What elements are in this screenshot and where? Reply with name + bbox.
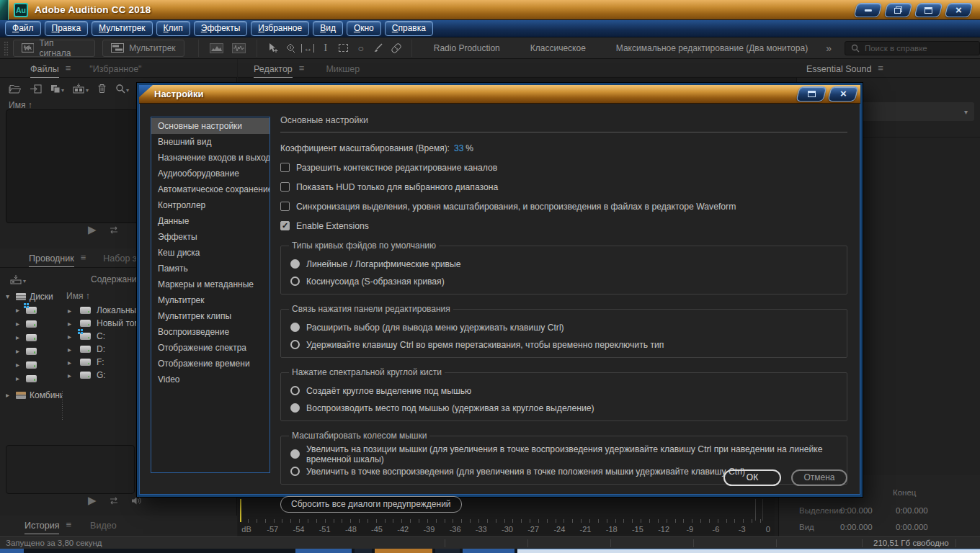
menu-item[interactable]: Вид [313, 21, 343, 36]
help-search-box[interactable]: Поиск в справке [845, 41, 980, 55]
checkbox[interactable]: ✓ [280, 221, 290, 230]
preferences-category-item[interactable]: Эффекты [151, 229, 270, 245]
shade-button[interactable] [914, 3, 943, 17]
history-panel-menu-icon[interactable]: ≡ [66, 521, 71, 529]
checkbox[interactable]: ✓ [280, 202, 290, 211]
marquee-selection-tool[interactable] [334, 40, 352, 57]
tab-explorer[interactable]: Проводник [29, 253, 74, 267]
restore-button[interactable] [884, 3, 913, 17]
radio-unselected[interactable] [290, 386, 300, 395]
checkbox-row[interactable]: ✓ Enable Extensions [280, 220, 847, 231]
menu-item[interactable]: Избранное [251, 21, 309, 36]
tree-drive-item[interactable]: ▸ [6, 331, 62, 344]
checkbox[interactable]: ✓ [280, 163, 290, 172]
tab-essential-sound[interactable]: Essential Sound [806, 64, 871, 77]
toolbar-grip[interactable] [4, 41, 9, 55]
checkbox[interactable]: ✓ [280, 182, 290, 192]
chevron-right-icon[interactable]: ▸ [68, 307, 74, 315]
preferences-category-item[interactable]: Назначение входов и выходов [151, 150, 270, 166]
dialog-close-button[interactable]: × [827, 86, 858, 102]
new-file-button[interactable]: ▾ [50, 84, 64, 94]
loop-button[interactable] [108, 225, 120, 235]
tree-drive-item[interactable]: ▸ [6, 372, 62, 385]
checkbox-row[interactable]: ✓ Разрешить контекстное редактирование к… [280, 162, 847, 173]
play-button[interactable]: ▶ [88, 225, 97, 235]
play-button[interactable]: ▶ [88, 495, 97, 505]
workspace-item[interactable]: Radio Production [419, 43, 515, 53]
search-files-button[interactable]: ▾ [115, 84, 129, 94]
radio-unselected[interactable] [290, 340, 300, 349]
reset-warning-dialogs-button[interactable]: Сбросить все диалоги предупреждений [280, 496, 462, 513]
chevron-right-icon[interactable]: ▸ [68, 320, 74, 328]
lasso-selection-tool[interactable]: ○ [352, 40, 369, 57]
tree-drive-item[interactable]: ▸ [6, 317, 62, 331]
preferences-category-item[interactable]: Кеш диска [151, 245, 270, 261]
chevron-right-icon[interactable]: ▸ [68, 359, 74, 367]
preferences-category-item[interactable]: Отображение времени [151, 356, 270, 372]
essential-sound-menu-icon[interactable]: ≡ [878, 64, 883, 77]
explorer-panel-menu-icon[interactable]: ≡ [81, 253, 86, 262]
paintbrush-selection-tool[interactable] [370, 40, 387, 57]
checkbox-row[interactable]: ✓ Синхронизация выделения, уровня масшта… [280, 201, 847, 212]
loop-button[interactable] [108, 496, 120, 505]
spot-healing-brush-tool[interactable] [387, 40, 404, 57]
tree-drive-item[interactable]: ▸ [6, 344, 62, 358]
speaker-button[interactable] [131, 496, 142, 505]
ok-button[interactable]: ОК [723, 469, 781, 486]
tab-editor[interactable]: Редактор [254, 64, 293, 77]
radio-row[interactable]: Создаёт круглое выделение под мышью [290, 385, 837, 396]
preferences-category-item[interactable]: Основные настройки [151, 118, 270, 134]
tree-drive-item[interactable]: ▸ [6, 358, 62, 372]
slip-tool[interactable]: ↔ [299, 40, 316, 57]
move-tool[interactable] [264, 40, 281, 57]
radio-selected[interactable] [290, 259, 300, 269]
files-panel-menu-icon[interactable]: ≡ [66, 64, 71, 73]
preferences-category-item[interactable]: Контроллер [151, 197, 270, 213]
radio-row[interactable]: Увеличить на позиции мышки (для увеличен… [290, 449, 837, 459]
menu-item[interactable]: Клип [156, 21, 190, 36]
radio-row[interactable]: Линейные / Логарифмические кривые [290, 258, 837, 269]
import-media-button[interactable]: ▾ [10, 274, 26, 284]
radio-selected[interactable] [290, 323, 300, 332]
waveform-view-button[interactable]: Тип сигнала [13, 40, 95, 57]
waveform-display-button[interactable] [229, 40, 249, 56]
import-file-button[interactable] [30, 84, 42, 94]
preferences-category-item[interactable]: Video [151, 372, 270, 387]
multitrack-view-button[interactable]: Мультитрек [102, 40, 184, 57]
explorer-name-column-header[interactable]: Имя ↑ [66, 291, 90, 301]
razor-tool[interactable] [282, 40, 299, 57]
preferences-category-item[interactable]: Внешний вид [151, 134, 270, 150]
preferences-category-item[interactable]: Воспроизведение [151, 324, 270, 340]
editor-panel-menu-icon[interactable]: ≡ [299, 64, 305, 77]
chevron-right-icon[interactable]: ▸ [68, 346, 74, 354]
insert-into-multitrack-button[interactable]: ▾ [73, 84, 89, 94]
radio-row[interactable]: Расширить выбор (для вывода меню удержив… [290, 322, 837, 333]
workspace-item[interactable]: Максимальное редактирование (Два монитор… [601, 43, 823, 53]
delete-button[interactable] [97, 84, 107, 94]
chevron-down-icon[interactable]: ▾ [6, 292, 12, 300]
radio-row[interactable]: Воспроизводить место под мышью (удержива… [290, 403, 837, 413]
tree-root-drives[interactable]: ▾ Диски [6, 289, 62, 303]
dialog-shade-button[interactable] [796, 86, 827, 102]
dialog-titlebar[interactable]: Настройки [139, 85, 860, 104]
preferences-category-item[interactable]: Данные [151, 213, 270, 229]
workspace-overflow-button[interactable]: » [826, 42, 832, 54]
menu-item[interactable]: Эффекты [194, 21, 248, 36]
tab-mixer[interactable]: Микшер [326, 64, 360, 77]
checkbox-row[interactable]: ✓ Показать HUD только для выбранного диа… [280, 181, 847, 192]
preferences-category-item[interactable]: Отображение спектра [151, 340, 270, 356]
radio-unselected[interactable] [290, 276, 300, 286]
tree-root-combined[interactable]: ▸ Комбинированные [6, 388, 62, 402]
window-titlebar[interactable]: Au Adobe Audition CC 2018 × [0, 0, 980, 20]
menu-item[interactable]: Справка [385, 21, 433, 36]
chevron-right-icon[interactable]: ▸ [68, 372, 74, 379]
tree-drive-item[interactable]: ▸ [6, 303, 62, 317]
preferences-category-item[interactable]: Автоматическое сохранение [151, 181, 270, 197]
radio-row[interactable]: Косинусоида (S-образная кривая) [290, 276, 837, 287]
preferences-category-item[interactable]: Аудиооборудование [151, 166, 270, 181]
menu-item[interactable]: Мультитрек [92, 21, 153, 36]
spectral-display-button[interactable] [207, 40, 226, 56]
tab-history[interactable]: История [24, 521, 59, 534]
radio-unselected[interactable] [290, 467, 300, 476]
cancel-button[interactable]: Отмена [791, 469, 847, 486]
